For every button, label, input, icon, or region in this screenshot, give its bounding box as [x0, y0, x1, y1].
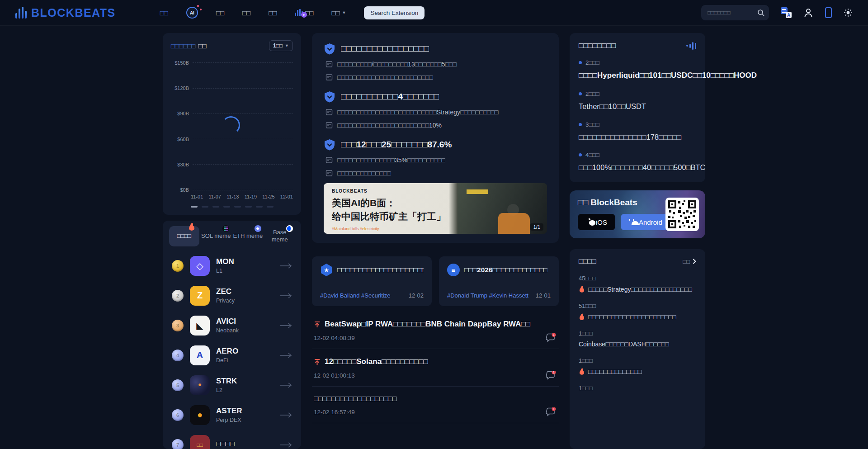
nav-item-home[interactable]: □□	[160, 9, 168, 17]
digest-headline[interactable]: □□□□□□□□□□□4□□□□□□□	[324, 91, 547, 103]
comment-button[interactable]: 1	[546, 333, 556, 342]
tab-hot[interactable]: □□□□	[169, 226, 199, 246]
range-selector[interactable]: 1□□ ▼	[269, 40, 293, 51]
digest-subitem[interactable]: □□□□□□□□□□□□□□□□□□□□□□□□□	[324, 74, 547, 81]
hot-item-2[interactable]: 51□□□ □□□□□□□□□□□□□□□□□□□□□□□	[579, 302, 696, 321]
token-row-aster[interactable]: 6 ● ASTERPerp DEX	[169, 400, 295, 430]
feature-card-2[interactable]: ≡ □□□2026□□□□□□□□□□□□□ #Donald Trump #Ke…	[439, 256, 559, 306]
arrow-right-icon[interactable]	[280, 383, 292, 388]
search-input[interactable]	[708, 9, 754, 16]
arrow-right-icon[interactable]	[280, 293, 292, 298]
chevron-right-icon	[693, 259, 696, 264]
page-dot[interactable]	[245, 206, 252, 208]
digest-subitem[interactable]: □□□□□□□□□□□□□□□□□□□□□□□□10%	[324, 122, 547, 129]
token-row-zec[interactable]: 2 Z ZECPrivacy	[169, 281, 295, 311]
hot-item-3[interactable]: 1□□□ Coinbase□□□□□□DASH□□□□□□	[579, 330, 696, 348]
arrow-right-icon[interactable]	[280, 412, 292, 418]
flash-item-4[interactable]: 4□□□ □□□100%□□□□□□□40□□□□□500□BTC	[579, 151, 696, 173]
translate-icon[interactable]: A	[781, 7, 792, 18]
flash-news-panel: □□□□□□□□ 2□□□ □□□□Hyperliquid□□101□□USDC…	[570, 33, 705, 182]
page-dot[interactable]	[212, 206, 219, 208]
hot-title: □□□□□□□□□□□□□□	[588, 368, 642, 375]
page-dot[interactable]	[223, 206, 230, 208]
logo-wordmark: BLOCKBEATS	[31, 6, 116, 19]
hot-item-1[interactable]: 45□□□ □□□□□Strategy□□□□□□□□□□□□□□□□	[579, 275, 696, 293]
search-extension-button[interactable]: Search Extension	[364, 6, 425, 19]
star-hexagon-icon: ★	[320, 264, 333, 276]
card-title: □□□□□□□□□□□□□□□□□□□□□□	[337, 266, 424, 274]
tab-eth-meme[interactable]: ◆ ETH meme	[233, 226, 263, 246]
nav-item-3[interactable]: □□	[242, 9, 250, 17]
digest-subitem[interactable]: □□□□□□□□□□□□□□□35%□□□□□□□□□□	[324, 156, 547, 164]
token-name: MON	[216, 257, 274, 266]
theme-toggle-icon[interactable]	[844, 8, 853, 17]
hot-title: Coinbase□□□□□□DASH□□□□□□	[579, 340, 669, 348]
android-download-button[interactable]: Android	[621, 214, 670, 230]
page-dot[interactable]	[202, 206, 208, 208]
blockbeats-logo[interactable]: BLOCKBEATS	[15, 6, 116, 19]
flash-item-1[interactable]: 2□□□ □□□□Hyperliquid□□101□□USDC□□10□□□□□…	[579, 59, 696, 81]
hot-time: 1□□□	[579, 385, 696, 392]
arrow-right-icon[interactable]	[280, 353, 292, 358]
search-box[interactable]	[701, 5, 769, 20]
flash-item-2[interactable]: 2□□□ Tether□□10□□USDT	[579, 90, 696, 112]
page-dot[interactable]	[267, 206, 274, 208]
y-tick: $30B	[171, 162, 189, 167]
token-row-mon[interactable]: 1 ◇ MONL1	[169, 251, 295, 281]
news-item-3[interactable]: □□□□□□□□□□□□□□□□□□□ 12-02 16:57:49 1	[312, 387, 559, 423]
ios-download-button[interactable]: iOS	[578, 214, 615, 230]
banner-brand: BLOCKBEATS	[332, 189, 368, 194]
page-dot[interactable]	[191, 206, 198, 208]
news-title: BeatSwap□IP RWA□□□□□□□BNB Chain DappBay …	[325, 320, 530, 329]
comment-button[interactable]: 1	[546, 407, 556, 416]
tab-sol-meme[interactable]: SOL meme	[201, 226, 231, 246]
arrow-right-icon[interactable]	[280, 323, 292, 328]
shield-icon	[324, 139, 335, 151]
token-category: L2	[216, 387, 274, 393]
digest-headline[interactable]: □□□□□□□□□□□□□□□□□	[324, 43, 547, 55]
digest-headline[interactable]: □□□12□□□25□□□□□□□87.6%	[324, 139, 547, 151]
arrow-right-icon[interactable]	[280, 442, 292, 448]
hot-item-4[interactable]: 1□□□ □□□□□□□□□□□□□□	[579, 357, 696, 375]
news-item-1[interactable]: BeatSwap□IP RWA□□□□□□□BNB Chain DappBay …	[312, 312, 559, 349]
token-row-avici[interactable]: 3 ◣ AVICINeobank	[169, 311, 295, 340]
token-row-aero[interactable]: 4 A AERODeFi	[169, 340, 295, 370]
banner-page-indicator: 1/1	[530, 223, 543, 231]
page-dot[interactable]	[256, 206, 263, 208]
digest-subitem[interactable]: □□□□□□□□□/□□□□□□□□□13□□□□□□□5□□□	[324, 61, 547, 68]
digest-subitem[interactable]: □□□□□□□□□□□□□□□□□□□□□□□□□□Strategy□□□□□□…	[324, 109, 547, 116]
hot-item-5[interactable]: 1□□□	[579, 385, 696, 392]
y-tick: $0B	[171, 187, 189, 193]
search-icon[interactable]	[757, 9, 764, 16]
user-icon[interactable]	[803, 8, 813, 18]
news-item-2[interactable]: 12□□□□□Solana□□□□□□□□□□ 12-02 01:00:13 1	[312, 349, 559, 387]
chart-pagination	[171, 206, 293, 208]
promo-banner[interactable]: BLOCKBEATS 美国AI的B面： 给中国比特币矿主「打工」 #Mainla…	[324, 183, 547, 234]
card-tags[interactable]: #David Balland #Securitize	[320, 292, 390, 299]
comment-button[interactable]: 1	[546, 371, 556, 380]
card-tags[interactable]: #Donald Trump #Kevin Hassett	[447, 292, 528, 299]
nav-item-2[interactable]: □□	[216, 9, 224, 17]
arrow-right-icon[interactable]	[280, 263, 292, 269]
flash-item-3[interactable]: 3□□□ □□□□□□□□□□□□□□□178□□□□□	[579, 121, 696, 143]
tab-base-meme[interactable]: Base meme	[265, 226, 295, 246]
token-row-7[interactable]: 7 □□ □□□□	[169, 430, 295, 449]
page-dot[interactable]	[234, 206, 241, 208]
token-name: AVICI	[216, 317, 274, 326]
nav-item-more[interactable]: □□ ▼	[331, 9, 346, 17]
nav-item-4[interactable]: □□	[269, 9, 277, 17]
news-title: 12□□□□□Solana□□□□□□□□□□	[325, 357, 428, 366]
digest-subitem[interactable]: □□□□□□□□□□□□□□	[324, 170, 547, 177]
flash-time: 3□□□	[585, 121, 599, 128]
token-tabs: □□□□ SOL meme ◆ ETH meme Base meme	[169, 226, 295, 246]
equalizer-icon[interactable]	[686, 42, 696, 50]
nav-item-data[interactable]: n □□	[295, 9, 313, 17]
feature-card-1[interactable]: ★ □□□□□□□□□□□□□□□□□□□□□□ #David Balland …	[312, 256, 432, 306]
token-row-strk[interactable]: 5 • STRKL2	[169, 370, 295, 400]
bullet-dot	[579, 92, 582, 95]
more-link[interactable]: □□	[683, 258, 696, 265]
nav-item-ai[interactable]: AI	[186, 7, 198, 19]
news-icon	[326, 122, 333, 129]
token-category: L1	[216, 268, 274, 274]
mobile-app-icon[interactable]	[825, 7, 832, 18]
